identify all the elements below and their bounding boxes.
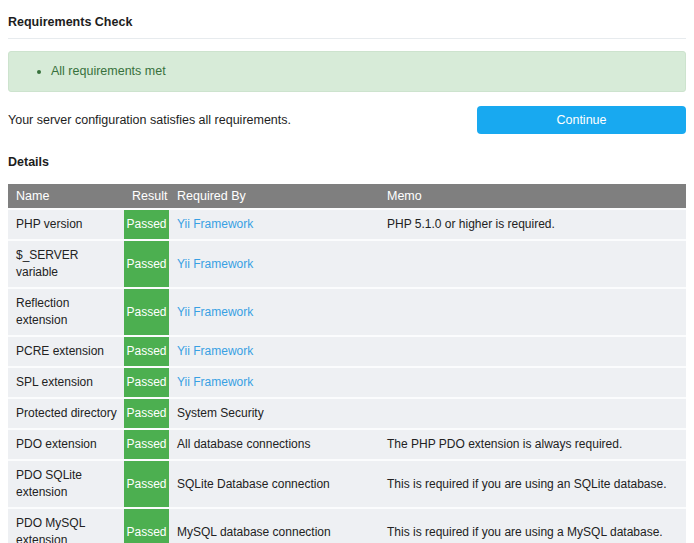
memo-cell: PHP 5.1.0 or higher is required.	[379, 209, 686, 240]
required-by-link[interactable]: Yii Framework	[177, 305, 253, 319]
page-title: Requirements Check	[8, 15, 686, 29]
table-row: PDO extension Passed All database connec…	[8, 429, 686, 460]
required-by-cell: Yii Framework	[169, 240, 379, 288]
column-header-result: Result	[124, 184, 169, 209]
column-header-required-by: Required By	[169, 184, 379, 209]
result-badge: Passed	[124, 240, 169, 288]
memo-cell: This is required if you are using an SQL…	[379, 460, 686, 508]
required-by-cell: Yii Framework	[169, 367, 379, 398]
required-by-cell: MySQL database connection	[169, 508, 379, 543]
memo-cell	[379, 367, 686, 398]
memo-cell	[379, 288, 686, 336]
requirements-alert: All requirements met	[8, 51, 686, 92]
required-by-cell: Yii Framework	[169, 209, 379, 240]
result-badge: Passed	[124, 398, 169, 429]
required-by-cell: SQLite Database connection	[169, 460, 379, 508]
required-by-link[interactable]: Yii Framework	[177, 257, 253, 271]
memo-cell	[379, 240, 686, 288]
requirement-name: Protected directory	[8, 398, 124, 429]
table-row: PHP version Passed Yii Framework PHP 5.1…	[8, 209, 686, 240]
table-row: $_SERVER variable Passed Yii Framework	[8, 240, 686, 288]
summary-row: Your server configuration satisfies all …	[8, 106, 686, 134]
column-header-memo: Memo	[379, 184, 686, 209]
required-by-link[interactable]: Yii Framework	[177, 344, 253, 358]
result-badge: Passed	[124, 460, 169, 508]
table-row: PDO SQLite extension Passed SQLite Datab…	[8, 460, 686, 508]
table-row: PCRE extension Passed Yii Framework	[8, 336, 686, 367]
result-badge: Passed	[124, 429, 169, 460]
required-by-link[interactable]: Yii Framework	[177, 375, 253, 389]
table-row: PDO MySQL extension Passed MySQL databas…	[8, 508, 686, 543]
alert-item: All requirements met	[51, 58, 675, 85]
continue-button[interactable]: Continue	[477, 106, 686, 134]
details-title: Details	[8, 155, 686, 169]
memo-cell	[379, 336, 686, 367]
memo-cell	[379, 398, 686, 429]
title-divider	[8, 38, 686, 39]
memo-cell: The PHP PDO extension is always required…	[379, 429, 686, 460]
column-header-name: Name	[8, 184, 124, 209]
requirement-name: PDO SQLite extension	[8, 460, 124, 508]
requirement-name: $_SERVER variable	[8, 240, 124, 288]
result-badge: Passed	[124, 209, 169, 240]
table-row: Protected directory Passed System Securi…	[8, 398, 686, 429]
memo-cell: This is required if you are using a MySQ…	[379, 508, 686, 543]
requirements-table-body: PHP version Passed Yii Framework PHP 5.1…	[8, 209, 686, 543]
result-badge: Passed	[124, 367, 169, 398]
requirement-name: PDO extension	[8, 429, 124, 460]
result-badge: Passed	[124, 508, 169, 543]
alert-list: All requirements met	[19, 58, 675, 85]
required-by-link[interactable]: Yii Framework	[177, 217, 253, 231]
requirement-name: Reflection extension	[8, 288, 124, 336]
table-row: SPL extension Passed Yii Framework	[8, 367, 686, 398]
requirements-table: Name Result Required By Memo PHP version…	[8, 184, 686, 543]
summary-text: Your server configuration satisfies all …	[8, 113, 291, 127]
requirement-name: SPL extension	[8, 367, 124, 398]
requirement-name: PHP version	[8, 209, 124, 240]
required-by-cell: Yii Framework	[169, 336, 379, 367]
result-badge: Passed	[124, 288, 169, 336]
required-by-cell: Yii Framework	[169, 288, 379, 336]
table-row: Reflection extension Passed Yii Framewor…	[8, 288, 686, 336]
requirement-name: PCRE extension	[8, 336, 124, 367]
required-by-cell: System Security	[169, 398, 379, 429]
required-by-cell: All database connections	[169, 429, 379, 460]
result-badge: Passed	[124, 336, 169, 367]
requirement-name: PDO MySQL extension	[8, 508, 124, 543]
requirements-table-header: Name Result Required By Memo	[8, 184, 686, 209]
